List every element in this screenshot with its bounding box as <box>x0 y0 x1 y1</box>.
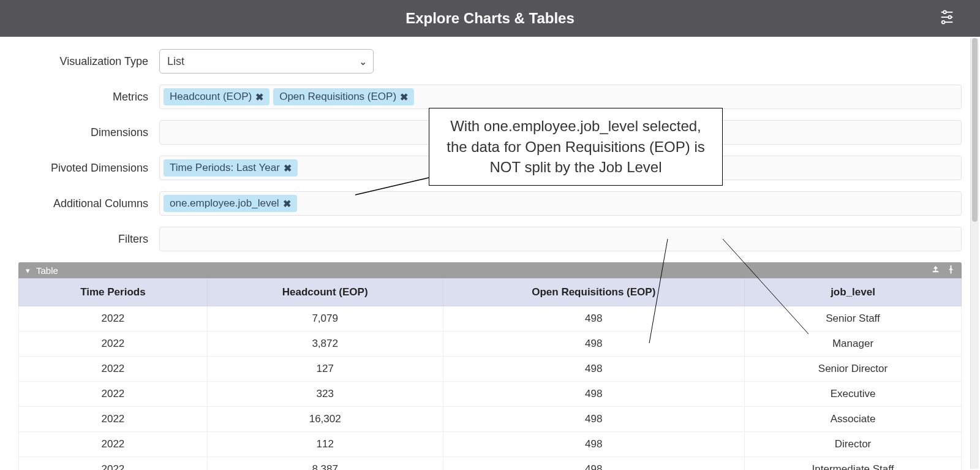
scrollbar-thumb[interactable] <box>972 38 978 222</box>
column-header[interactable]: Open Requisitions (EOP) <box>443 279 744 306</box>
visualization-type-value: List <box>167 55 184 68</box>
label-dimensions: Dimensions <box>18 126 159 139</box>
cell-open_req: 498 <box>443 432 744 457</box>
table-row[interactable]: 2022112498Director <box>19 432 962 457</box>
row-visualization-type: Visualization Type List ⌄ <box>18 49 962 74</box>
chevron-down-icon: ⌄ <box>359 56 367 67</box>
metric-token-label: Headcount (EOP) <box>170 91 252 103</box>
cell-open_req: 498 <box>443 457 744 471</box>
annotation-callout: With one.employee.job_level selected, th… <box>429 108 723 186</box>
additional-columns-input[interactable]: one.employee.job_level✖ <box>159 191 962 216</box>
filters-input[interactable] <box>159 227 962 251</box>
cell-job_level: Executive <box>745 382 962 407</box>
cell-time: 2022 <box>19 407 208 432</box>
label-visualization-type: Visualization Type <box>18 55 159 68</box>
cell-time: 2022 <box>19 432 208 457</box>
row-filters: Filters <box>18 227 962 251</box>
metric-token[interactable]: Headcount (EOP)✖ <box>164 88 270 105</box>
metrics-input[interactable]: Headcount (EOP)✖Open Requisitions (EOP)✖ <box>159 85 962 109</box>
table-row[interactable]: 2022127498Senior Director <box>19 357 962 382</box>
additional-column-token-label: one.employee.job_level <box>170 197 279 210</box>
table-row[interactable]: 20223,872498Manager <box>19 332 962 357</box>
svg-point-1 <box>943 11 946 14</box>
annotation-text: With one.employee.job_level selected, th… <box>447 118 705 175</box>
cell-headcount: 112 <box>207 432 443 457</box>
cell-job_level: Associate <box>745 407 962 432</box>
pivoted-dimension-token[interactable]: Time Periods: Last Year✖ <box>164 159 298 176</box>
table-row[interactable]: 2022323498Executive <box>19 382 962 407</box>
cell-headcount: 323 <box>207 382 443 407</box>
cell-time: 2022 <box>19 306 208 332</box>
cell-job_level: Intermediate Staff <box>745 457 962 471</box>
vertical-scrollbar[interactable] <box>970 38 979 469</box>
cell-job_level: Senior Staff <box>745 306 962 332</box>
cell-open_req: 498 <box>443 357 744 382</box>
cell-open_req: 498 <box>443 332 744 357</box>
cell-job_level: Manager <box>745 332 962 357</box>
cell-headcount: 16,302 <box>207 407 443 432</box>
topbar-controls <box>938 9 956 28</box>
cell-open_req: 498 <box>443 306 744 332</box>
row-metrics: Metrics Headcount (EOP)✖Open Requisition… <box>18 85 962 109</box>
collapse-icon[interactable]: ▾ <box>26 266 30 275</box>
column-header[interactable]: Headcount (EOP) <box>207 279 443 306</box>
label-additional-columns: Additional Columns <box>18 197 159 210</box>
table-row[interactable]: 20228,387498Intermediate Staff <box>19 457 962 471</box>
top-bar: Explore Charts & Tables <box>0 0 980 37</box>
page-title: Explore Charts & Tables <box>405 10 575 27</box>
table-row[interactable]: 20227,079498Senior Staff <box>19 306 962 332</box>
cell-headcount: 127 <box>207 357 443 382</box>
cell-open_req: 498 <box>443 407 744 432</box>
remove-token-icon[interactable]: ✖ <box>400 91 408 103</box>
table-header-row: Time PeriodsHeadcount (EOP)Open Requisit… <box>19 279 962 306</box>
remove-token-icon[interactable]: ✖ <box>283 198 291 210</box>
export-icon[interactable] <box>931 265 940 276</box>
pivoted-dimension-token-label: Time Periods: Last Year <box>170 162 280 174</box>
label-metrics: Metrics <box>18 91 159 104</box>
cell-time: 2022 <box>19 382 208 407</box>
visualization-type-select[interactable]: List ⌄ <box>159 49 374 74</box>
panel-title: Table <box>36 265 58 276</box>
cell-job_level: Senior Director <box>745 357 962 382</box>
svg-point-5 <box>942 21 945 24</box>
settings-sliders-icon[interactable] <box>938 9 956 28</box>
svg-point-3 <box>948 16 951 19</box>
table-body: 20227,079498Senior Staff20223,872498Mana… <box>19 306 962 471</box>
remove-token-icon[interactable]: ✖ <box>255 91 263 103</box>
label-filters: Filters <box>18 233 159 246</box>
cell-time: 2022 <box>19 332 208 357</box>
cell-headcount: 8,387 <box>207 457 443 471</box>
pin-icon[interactable] <box>946 265 956 276</box>
panel-header[interactable]: ▾ Table <box>18 262 962 278</box>
column-header[interactable]: Time Periods <box>19 279 208 306</box>
cell-open_req: 498 <box>443 382 744 407</box>
cell-time: 2022 <box>19 357 208 382</box>
cell-time: 2022 <box>19 457 208 471</box>
row-additional-columns: Additional Columns one.employee.job_leve… <box>18 191 962 216</box>
column-header[interactable]: job_level <box>745 279 962 306</box>
remove-token-icon[interactable]: ✖ <box>284 162 292 174</box>
explore-form: Visualization Type List ⌄ Metrics Headco… <box>0 37 980 470</box>
cell-headcount: 3,872 <box>207 332 443 357</box>
results-table: Time PeriodsHeadcount (EOP)Open Requisit… <box>18 278 962 470</box>
additional-column-token[interactable]: one.employee.job_level✖ <box>164 195 297 212</box>
metric-token-label: Open Requisitions (EOP) <box>279 91 396 103</box>
table-row[interactable]: 202216,302498Associate <box>19 407 962 432</box>
metric-token[interactable]: Open Requisitions (EOP)✖ <box>273 88 414 105</box>
label-pivoted-dimensions: Pivoted Dimensions <box>18 162 159 175</box>
cell-headcount: 7,079 <box>207 306 443 332</box>
cell-job_level: Director <box>745 432 962 457</box>
